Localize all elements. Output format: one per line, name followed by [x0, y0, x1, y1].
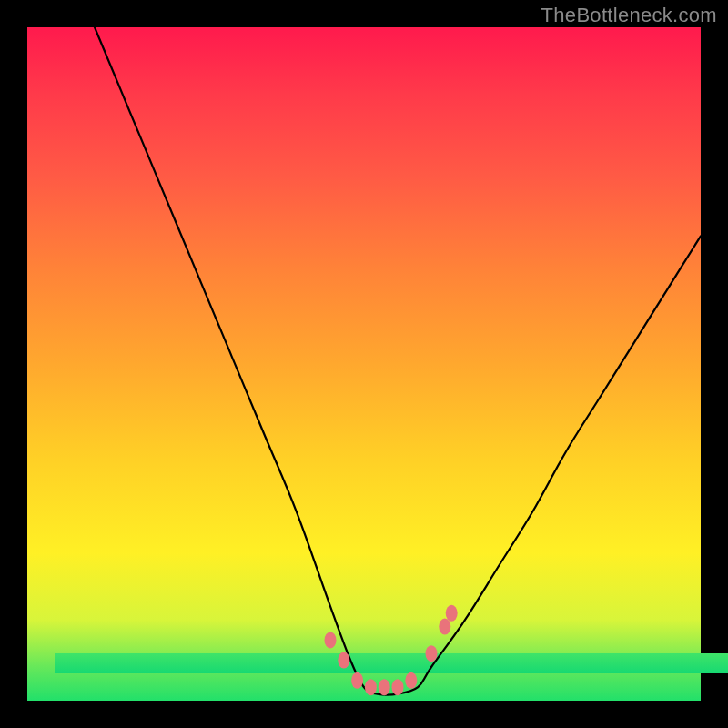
sweet-spot-marker	[392, 679, 404, 695]
sweet-spot-markers	[325, 605, 458, 695]
sweet-spot-marker	[365, 679, 377, 695]
sweet-spot-marker	[439, 619, 450, 635]
sweet-spot-marker	[379, 679, 390, 695]
watermark-text: TheBottleneck.com	[541, 4, 717, 27]
sweet-spot-marker	[405, 672, 417, 689]
sweet-spot-marker	[325, 632, 337, 648]
sweet-spot-marker	[426, 645, 438, 662]
plot-area	[27, 27, 701, 701]
chart-overlay	[27, 27, 701, 701]
bottleneck-curve	[95, 27, 701, 695]
sweet-spot-marker	[351, 672, 363, 689]
sweet-spot-marker	[446, 605, 458, 622]
chart-frame: TheBottleneck.com	[0, 0, 728, 728]
sweet-spot-marker	[338, 652, 349, 669]
